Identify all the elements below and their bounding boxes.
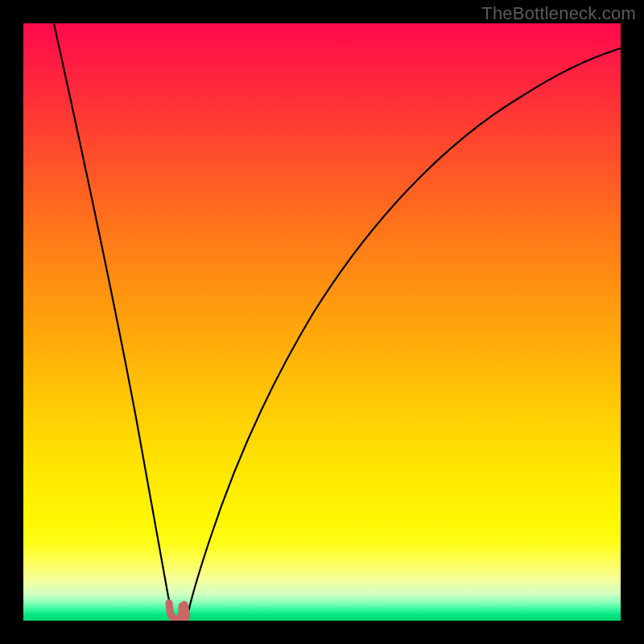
watermark-text: TheBottleneck.com — [481, 3, 636, 24]
left-branch-curve — [53, 23, 174, 619]
trough-marker — [169, 603, 187, 619]
right-branch-curve — [187, 47, 621, 619]
plot-area — [23, 23, 621, 621]
chart-frame: TheBottleneck.com — [0, 0, 644, 644]
curve-layer — [23, 23, 621, 621]
